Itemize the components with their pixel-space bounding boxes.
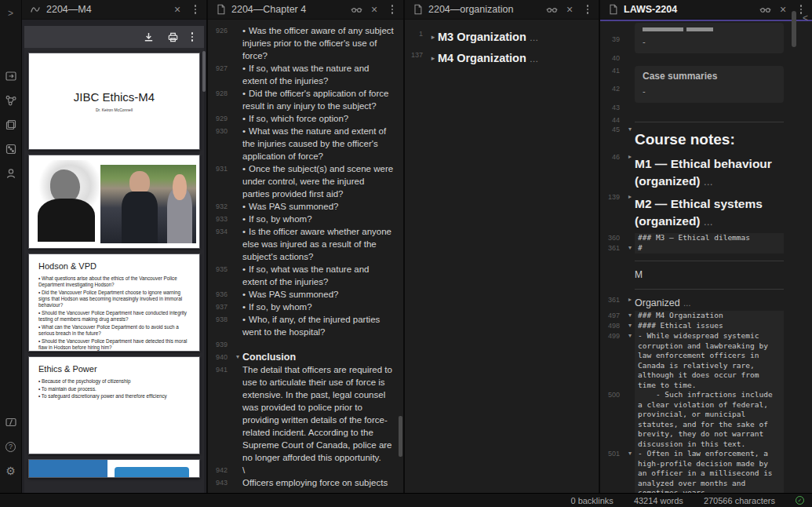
reading-mode-icon[interactable] [759,3,771,16]
paragraph-line[interactable]: The detail that officers are required to… [242,363,403,464]
callout-title[interactable]: Case summaries [635,66,784,84]
more-options-icon[interactable] [581,3,594,16]
bullet-line[interactable]: •If so, what was the nature and extent o… [242,263,403,288]
line[interactable]: 499▾- While widespread systemic corrupti… [600,331,812,390]
word-count[interactable]: 43214 words [634,496,683,505]
pdf-slide-4[interactable]: Ethics & PowerBecause of the psychology … [28,356,200,454]
sync-status-icon[interactable]: ✓ [796,496,804,505]
callout-body[interactable]: - [635,35,784,53]
fold-open-icon[interactable]: ▾ [625,243,635,254]
line[interactable]: 941The detail that officers are required… [208,363,403,464]
scrollbar[interactable] [792,11,796,47]
download-icon[interactable] [143,31,155,43]
heading-line[interactable]: Course notes: [635,126,812,153]
line[interactable]: 935•If so, what was the nature and exten… [208,263,403,288]
line[interactable]: 932•Was PAS summoned? [208,200,403,213]
fold-open-icon[interactable]: ▾ [625,126,635,133]
line[interactable]: 1▸M3 Organization… [405,27,599,47]
line[interactable]: 497▾### M4 Organization [600,311,812,321]
collapsed-ellipsis[interactable]: … [530,53,539,64]
line[interactable]: 934•Is the officer aware whether anyone … [208,225,403,263]
collapse-right-sidebar-icon[interactable]: < [803,13,808,24]
reading-mode-icon[interactable] [350,3,362,16]
bullet-line[interactable]: •If so, by whom? [242,213,403,225]
source-line[interactable]: ### M4 Organization [635,311,784,321]
heading-line[interactable]: M1 — Ethical behaviour (organized)… [635,153,812,193]
close-icon[interactable]: × [777,3,789,16]
heading-line[interactable]: M4 Organization… [438,49,599,68]
paragraph-line[interactable]: Officers employing force on subjects [242,476,403,489]
line[interactable]: 939 [208,338,403,351]
bullet-line[interactable]: •Did the officer's application of force … [242,87,403,112]
callout-body[interactable]: - [635,84,784,103]
rendered-text[interactable]: M [635,268,812,282]
source-line[interactable]: #### Ethical issues [635,321,784,331]
line[interactable]: 46▸M1 — Ethical behaviour (organized)… [600,153,812,193]
card-slash-icon[interactable] [4,415,18,429]
line[interactable]: 137▸M4 Organization… [405,49,599,68]
bullet-line[interactable]: •What was the nature and extent of the i… [242,125,403,162]
collapsed-ellipsis[interactable]: … [683,299,691,308]
line[interactable]: 498▾#### Ethical issues [600,321,812,331]
reading-mode-icon[interactable] [545,3,558,16]
fold-closed-icon[interactable]: ▸ [428,27,438,46]
line[interactable]: 938•Who, if any, of the injured parties … [208,313,403,338]
print-icon[interactable] [167,31,179,43]
paragraph-line[interactable]: \ [242,464,403,476]
user-icon[interactable] [4,166,18,181]
line[interactable]: 928•Did the officer's application of for… [208,87,403,112]
line[interactable]: 41Case summaries [600,66,812,84]
scrollbar[interactable] [399,416,402,457]
pdf-slide-3[interactable]: Hodson & VPDWhat questions arise about t… [28,254,200,352]
fold-open-icon[interactable]: ▾ [625,321,635,331]
expand-sidebar-icon[interactable]: > [4,6,18,20]
fold-closed-icon[interactable]: ▸ [428,49,438,67]
source-line[interactable]: ### M3 — Ethical dilemmas [635,233,784,243]
fold-open-icon[interactable]: ▾ [233,351,242,363]
tab-2204-chapter4[interactable]: 2204—Chapter 4 × [208,0,403,20]
close-icon[interactable]: × [368,3,381,16]
line[interactable]: 500 - Such infractions include a clear v… [600,390,812,449]
line[interactable] [600,254,812,268]
pdf-slide-5[interactable] [28,459,200,478]
tab-laws-2204[interactable]: LAWS-2204 × [600,0,812,20]
source-line[interactable]: - Such infractions include a clear viola… [635,390,784,449]
line[interactable]: 361▾# [600,243,812,254]
collapsed-ellipsis[interactable]: … [704,177,713,188]
fold-closed-icon[interactable]: ▸ [625,153,635,160]
line[interactable]: 940▾Conclusion [208,351,403,363]
collapsed-ellipsis[interactable]: … [704,217,713,228]
dice-icon[interactable] [4,142,18,156]
bullet-line[interactable]: •Once the subject(s) and scene were unde… [242,162,403,200]
tab-2204-organization[interactable]: 2204—organization × [405,0,599,20]
line[interactable]: 931•Once the subject(s) and scene were u… [208,162,403,200]
source-line[interactable]: - Often in law enforcement, a high-profi… [635,449,784,493]
line[interactable]: 937•If so, by whom? [208,301,403,313]
bullet-line[interactable]: •Who, if any, of the injured parties wen… [242,313,403,338]
collapsed-ellipsis[interactable]: … [530,32,539,42]
line[interactable] [600,282,812,296]
line[interactable]: 40 [600,53,812,66]
line[interactable] [600,23,812,35]
settings-gear-icon[interactable]: ⚙ [4,464,18,478]
line[interactable]: 360### M3 — Ethical dilemmas [600,233,812,243]
close-icon[interactable]: × [563,3,576,16]
heading-line[interactable]: M2 — Ethical systems (organized)… [635,193,812,233]
pdf-slide-2[interactable] [28,155,200,249]
bullet-line[interactable]: •If so, which force option? [242,112,403,125]
source-line[interactable]: - While widespread systemic corruption a… [635,331,784,390]
more-options-icon[interactable] [386,3,399,16]
fold-closed-icon[interactable]: ▸ [625,296,635,303]
stack-icon[interactable] [4,118,18,132]
switcher-icon[interactable] [4,69,18,83]
heading-line[interactable]: Conclusion [242,351,403,363]
line[interactable]: 39- [600,35,812,53]
heading-line[interactable]: M3 Organization… [438,27,599,47]
fold-open-icon[interactable]: ▾ [625,331,635,341]
bullet-line[interactable]: •Was the officer aware of any subject in… [242,24,403,62]
bullet-line[interactable]: •Was PAS summoned? [242,200,403,213]
line[interactable]: 942\ [208,464,403,476]
line[interactable]: 927•If so, what was the nature and exten… [208,62,403,87]
line[interactable]: 44 [600,115,812,126]
line[interactable]: 42- [600,84,812,103]
